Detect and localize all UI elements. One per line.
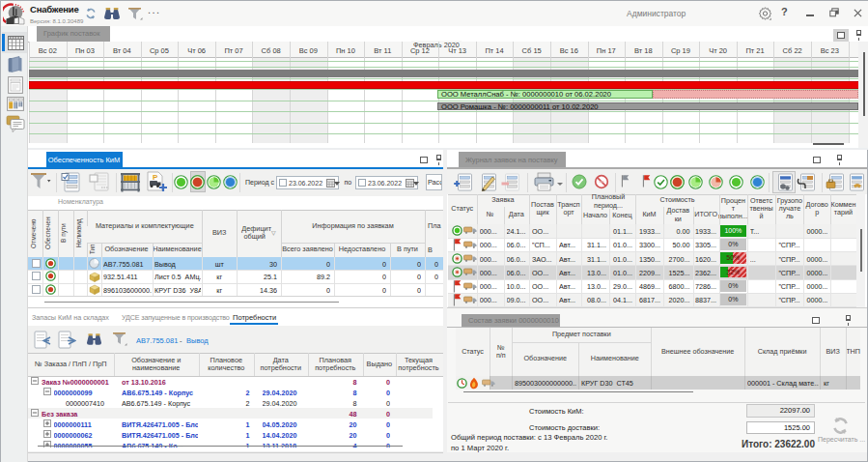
svg-text:P: P bbox=[153, 173, 158, 182]
